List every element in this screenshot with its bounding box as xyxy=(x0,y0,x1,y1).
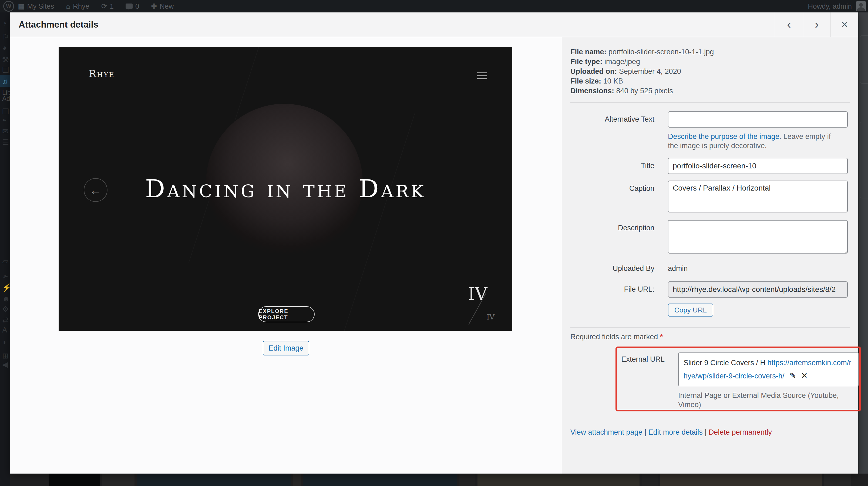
updates-menu[interactable]: ⟳ 1 xyxy=(101,2,114,10)
describe-purpose-link[interactable]: Describe the purpose of the image xyxy=(668,133,779,141)
new-label: New xyxy=(160,2,174,10)
dimmed-media-thumbnail xyxy=(459,474,475,486)
media-grid-background xyxy=(10,474,868,486)
add-new-label[interactable]: Ad xyxy=(2,95,10,102)
external-url-highlight-box: External URL Slider 9 Circle Covers / H … xyxy=(616,346,861,411)
settings-icon[interactable]: ⇄ xyxy=(2,316,8,324)
attachment-preview-image: Rhye ← Dancing in the Dark EXPLORE PROJE… xyxy=(59,47,512,331)
caption-label: Caption xyxy=(570,180,654,193)
file-size-value: 10 KB xyxy=(603,77,623,85)
required-note-text: Required fields are marked xyxy=(570,333,660,341)
file-name-value: portfolio-slider-screen-10-1-1.jpg xyxy=(609,48,714,56)
swoosh-icon[interactable]: ➢ xyxy=(2,273,8,280)
edit-more-details-link[interactable]: Edit more details xyxy=(648,428,703,436)
shape-icon[interactable]: ◗ xyxy=(2,338,7,346)
close-icon[interactable]: ✕ xyxy=(831,12,858,37)
modal-title: Attachment details xyxy=(10,20,98,30)
new-content-menu[interactable]: ✚ New xyxy=(151,2,174,10)
required-asterisk: * xyxy=(660,333,663,341)
dimmed-media-thumbnail xyxy=(303,474,457,486)
media-preview-panel: Rhye ← Dancing in the Dark EXPLORE PROJE… xyxy=(10,37,562,474)
user-avatar[interactable] xyxy=(856,1,866,11)
gallery-icon[interactable]: ❏ xyxy=(2,66,9,74)
wordpress-logo-icon[interactable]: W xyxy=(3,1,14,11)
title-label: Title xyxy=(570,158,654,170)
dimensions-label: Dimensions: xyxy=(570,87,614,95)
description-textarea[interactable] xyxy=(668,220,848,254)
template-icon[interactable]: ⊞ xyxy=(2,352,8,360)
users-icon[interactable]: ☻ xyxy=(2,295,10,303)
my-sites-label: My Sites xyxy=(27,2,54,10)
comments-menu[interactable]: 0 xyxy=(126,2,139,10)
slide-number-current: IV xyxy=(468,284,488,304)
hamburger-menu-icon xyxy=(477,73,487,81)
required-fields-note: Required fields are marked * xyxy=(570,333,849,341)
comments-icon[interactable]: ❝ xyxy=(2,118,6,126)
uploaded-by-value: admin xyxy=(668,264,848,273)
site-menu[interactable]: ⌂ Rhye xyxy=(66,2,89,10)
slide-heading: Dancing in the Dark xyxy=(59,170,512,208)
file-type-label: File type: xyxy=(570,58,602,66)
media-swirl-icon[interactable]: ◕ xyxy=(2,44,7,52)
alt-text-label: Alternative Text xyxy=(570,111,654,123)
howdy-text[interactable]: Howdy, admin xyxy=(808,2,852,10)
action-separator: | xyxy=(705,428,707,436)
letter-a-icon[interactable]: A xyxy=(2,326,7,334)
plugin-icon[interactable]: ⚡ xyxy=(2,284,10,291)
delete-permanently-link[interactable]: Delete permanently xyxy=(709,428,772,436)
divider xyxy=(570,327,849,328)
my-sites-menu[interactable]: ▦ My Sites xyxy=(18,2,54,10)
uploaded-by-label: Uploaded By xyxy=(570,264,654,273)
screen: W ▦ My Sites ⌂ Rhye ⟳ 1 0 ✚ New H xyxy=(0,0,868,486)
pages-icon[interactable]: ❐ xyxy=(2,108,9,116)
title-input[interactable] xyxy=(668,158,848,174)
alt-text-input[interactable] xyxy=(668,111,848,127)
file-url-input[interactable] xyxy=(668,281,848,297)
list-icon[interactable]: ☰ xyxy=(2,139,9,146)
dimmed-thumb-edge xyxy=(860,35,868,84)
updates-count: 1 xyxy=(110,2,114,10)
wrench-icon[interactable]: ⚙ xyxy=(2,306,9,313)
edit-image-button[interactable]: Edit Image xyxy=(263,341,309,355)
copy-url-button[interactable]: Copy URL xyxy=(668,304,713,316)
external-url-help: Internal Page or External Media Source (… xyxy=(678,391,851,409)
dimmed-media-thumbnail xyxy=(137,474,290,486)
posts-icon[interactable]: ⚐ xyxy=(2,33,9,41)
caption-textarea[interactable]: Covers / Parallax / Horizontal xyxy=(668,180,848,212)
alt-text-help: Describe the purpose of the image. Leave… xyxy=(668,132,841,150)
next-attachment-button[interactable]: › xyxy=(803,12,831,37)
dimmed-media-thumbnail xyxy=(49,474,100,486)
dimmed-media-thumbnail xyxy=(660,474,822,486)
file-type-value: image/jpeg xyxy=(604,58,640,66)
file-url-label: File URL: xyxy=(570,281,654,293)
comment-bubble-icon xyxy=(126,3,133,9)
external-url-text: Slider 9 Circle Covers / H xyxy=(684,359,765,367)
mail-icon[interactable]: ✉ xyxy=(2,128,8,136)
modal-header: Attachment details ‹ › ✕ xyxy=(10,12,858,37)
tools-hammer-icon[interactable]: ⚒ xyxy=(2,56,9,63)
collapse-icon[interactable]: ◀ xyxy=(2,361,8,368)
external-url-field[interactable]: Slider 9 Circle Covers / H https://artem… xyxy=(678,352,859,386)
site-name-label: Rhye xyxy=(73,2,89,10)
explore-project-button: EXPLORE PROJECT xyxy=(258,306,315,322)
remove-x-icon[interactable]: ✕ xyxy=(801,369,808,382)
media-library-icon[interactable]: ♫ xyxy=(2,78,8,85)
dimmed-media-thumbnail xyxy=(293,474,301,486)
dimmed-thumb-edge xyxy=(860,122,868,198)
dimmed-media-thumbnail xyxy=(102,474,134,486)
attachment-actions: View attachment page | Edit more details… xyxy=(570,428,849,436)
view-attachment-page-link[interactable]: View attachment page xyxy=(570,428,643,436)
pencil-edit-icon[interactable]: ✎ xyxy=(789,369,796,382)
previous-attachment-button[interactable]: ‹ xyxy=(775,12,803,37)
description-label: Description xyxy=(570,220,654,232)
updates-icon: ⟳ xyxy=(101,2,107,10)
dimmed-media-thumbnail xyxy=(477,474,640,486)
external-url-label: External URL xyxy=(617,355,664,364)
admin-sidebar: ◔⚐◕⚒❏♫LibAd❐❝✉☰▱➢⚡☻⚙⇄A◗⊞◀ xyxy=(0,12,10,486)
plus-icon: ✚ xyxy=(151,2,157,10)
network-sites-icon: ▦ xyxy=(18,2,25,10)
uploaded-on-value: September 4, 2020 xyxy=(619,67,681,76)
file-name-label: File name: xyxy=(570,48,607,56)
folder-icon[interactable]: ▱ xyxy=(2,258,8,265)
dashboard-icon[interactable]: ◔ xyxy=(2,20,7,27)
